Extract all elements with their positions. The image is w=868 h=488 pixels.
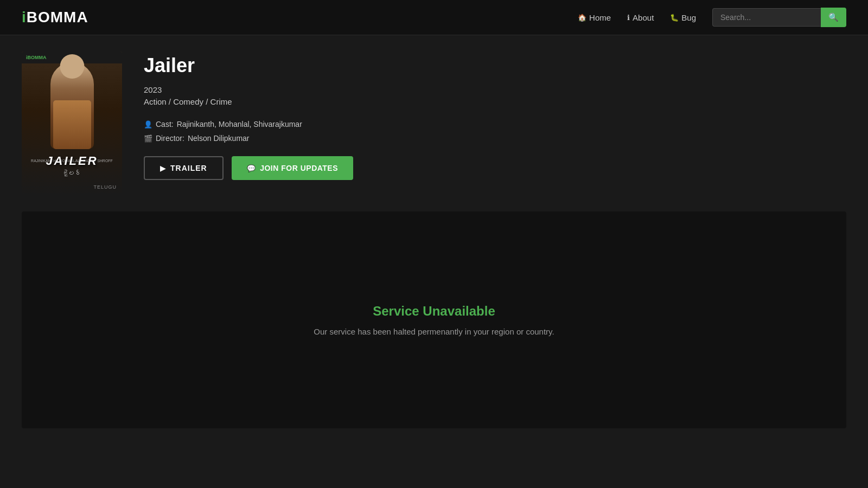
trailer-button-label: TRAILER: [170, 164, 207, 172]
movie-genres: Action / Comedy / Crime: [144, 97, 846, 106]
logo[interactable]: iBOMMA: [22, 9, 88, 26]
nav-home[interactable]: Home: [578, 13, 611, 22]
movie-cast: Cast: Rajinikanth, Mohanlal, Shivarajkum…: [144, 120, 846, 129]
service-description: Our service has been halted permenantly …: [314, 327, 554, 336]
director-icon: [144, 134, 152, 143]
logo-text: iBOMMA: [22, 9, 88, 26]
nav-about[interactable]: About: [627, 13, 654, 22]
movie-title: Jailer: [144, 54, 846, 77]
nav-bug[interactable]: Bug: [670, 13, 696, 22]
nav-about-label: About: [633, 13, 654, 22]
movie-year: 2023: [144, 85, 846, 94]
join-button-label: JOIN FOR UPDATES: [260, 164, 338, 172]
poster-logo: iBOMMA: [26, 55, 47, 60]
movie-section: iBOMMA RAJINIKANTH | MOHANLAL | JACKIE S…: [0, 35, 868, 211]
bug-icon: [670, 13, 679, 22]
service-unavailable-section: Service Unavailable Our service has been…: [22, 211, 846, 428]
movie-buttons: TRAILER JOIN FOR UPDATES: [144, 156, 846, 180]
nav-links: Home About Bug 🔍: [578, 8, 846, 27]
poster-person-figure: [50, 62, 94, 149]
movie-poster: iBOMMA RAJINIKANTH | MOHANLAL | JACKIE S…: [22, 52, 122, 195]
director-value: Nelson Dilipkumar: [188, 134, 250, 143]
service-title: Service Unavailable: [373, 304, 495, 319]
cast-label: Cast:: [156, 120, 174, 129]
cast-icon: [144, 120, 152, 129]
director-label: Director:: [156, 134, 184, 143]
nav-home-label: Home: [589, 13, 611, 22]
nav-bug-label: Bug: [681, 13, 696, 22]
poster-language: TELUGU: [93, 184, 117, 190]
trailer-button[interactable]: TRAILER: [144, 156, 224, 180]
logo-icon: i: [22, 9, 27, 25]
poster-title-telugu: జైలర్: [22, 170, 122, 176]
cast-value: Rajinikanth, Mohanlal, Shivarajkumar: [177, 120, 302, 129]
play-icon: [160, 164, 166, 172]
search-icon: 🔍: [828, 12, 839, 22]
search-button[interactable]: 🔍: [821, 8, 846, 27]
poster-inner: iBOMMA RAJINIKANTH | MOHANLAL | JACKIE S…: [22, 52, 122, 195]
movie-info: Jailer 2023 Action / Comedy / Crime Cast…: [144, 52, 846, 180]
movie-director: Director: Nelson Dilipkumar: [144, 134, 846, 143]
comment-icon: [247, 164, 256, 172]
search-input[interactable]: [712, 8, 821, 27]
join-updates-button[interactable]: JOIN FOR UPDATES: [232, 156, 353, 180]
poster-title-en: JAILER: [22, 154, 122, 168]
home-icon: [578, 13, 586, 22]
info-icon: [627, 13, 630, 22]
search-area: 🔍: [712, 8, 846, 27]
poster-title-area: JAILER జైలర్: [22, 154, 122, 176]
navbar: iBOMMA Home About Bug 🔍: [0, 0, 868, 35]
